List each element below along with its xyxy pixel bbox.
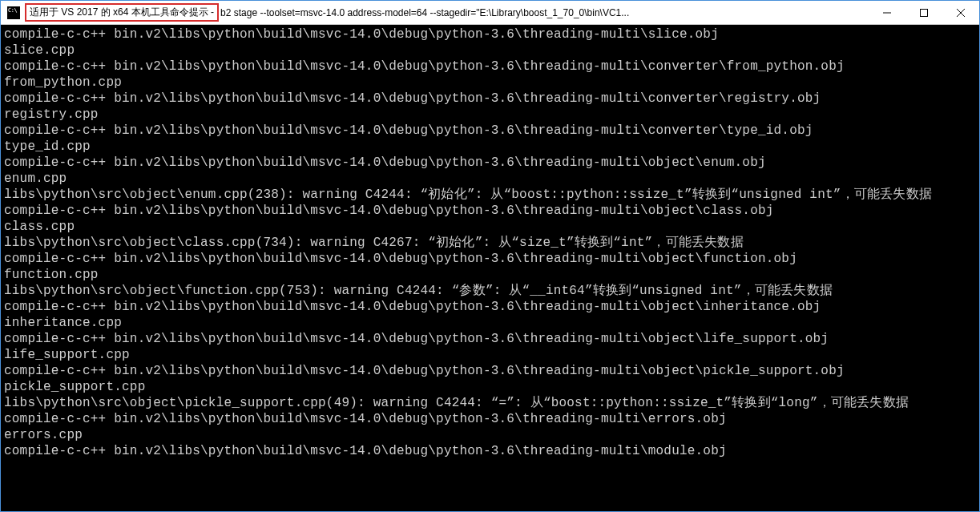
window-controls (869, 1, 979, 24)
window-title-highlighted: 适用于 VS 2017 的 x64 本机工具命令提示 - (25, 3, 219, 22)
console-line: life_support.cpp (4, 347, 976, 363)
console-line: pickle_support.cpp (4, 379, 976, 395)
cmd-icon (7, 6, 20, 19)
console-line: compile-c-c++ bin.v2\libs\python\build\m… (4, 251, 976, 267)
maximize-button[interactable] (905, 1, 942, 24)
console-line: compile-c-c++ bin.v2\libs\python\build\m… (4, 91, 976, 107)
minimize-icon (883, 9, 891, 17)
console-line: from_python.cpp (4, 75, 976, 91)
console-line: compile-c-c++ bin.v2\libs\python\build\m… (4, 203, 976, 219)
close-icon (957, 9, 965, 17)
window-title-rest: b2 stage --toolset=msvc-14.0 address-mod… (220, 7, 629, 18)
close-button[interactable] (942, 1, 979, 24)
console-line: registry.cpp (4, 107, 976, 123)
console-line: compile-c-c++ bin.v2\libs\python\build\m… (4, 363, 976, 379)
console-line: libs\python\src\object\function.cpp(753)… (4, 283, 976, 299)
window-titlebar[interactable]: 适用于 VS 2017 的 x64 本机工具命令提示 - b2 stage --… (1, 1, 979, 25)
console-line: libs\python\src\object\enum.cpp(238): wa… (4, 187, 976, 203)
console-line: compile-c-c++ bin.v2\libs\python\build\m… (4, 58, 976, 75)
console-line: inheritance.cpp (4, 315, 976, 331)
console-line: errors.cpp (4, 427, 976, 443)
console-line: compile-c-c++ bin.v2\libs\python\build\m… (4, 299, 976, 315)
titlebar-left: 适用于 VS 2017 的 x64 本机工具命令提示 - b2 stage --… (1, 3, 869, 22)
svg-rect-1 (921, 9, 928, 16)
minimize-button[interactable] (869, 1, 905, 24)
console-line: compile-c-c++ bin.v2\libs\python\build\m… (4, 443, 976, 459)
console-line: compile-c-c++ bin.v2\libs\python\build\m… (4, 155, 976, 171)
console-line: enum.cpp (4, 171, 976, 187)
console-line: slice.cpp (4, 42, 976, 58)
console-line: compile-c-c++ bin.v2\libs\python\build\m… (4, 26, 976, 42)
console-line: libs\python\src\object\pickle_support.cp… (4, 395, 976, 411)
console-line: compile-c-c++ bin.v2\libs\python\build\m… (4, 411, 976, 427)
console-line: class.cpp (4, 219, 976, 235)
console-output[interactable]: compile-c-c++ bin.v2\libs\python\build\m… (1, 25, 979, 511)
console-line: compile-c-c++ bin.v2\libs\python\build\m… (4, 123, 976, 139)
console-line: function.cpp (4, 267, 976, 283)
console-line: compile-c-c++ bin.v2\libs\python\build\m… (4, 331, 976, 347)
console-line: libs\python\src\object\class.cpp(734): w… (4, 235, 976, 251)
maximize-icon (920, 9, 928, 17)
console-line: type_id.cpp (4, 139, 976, 155)
